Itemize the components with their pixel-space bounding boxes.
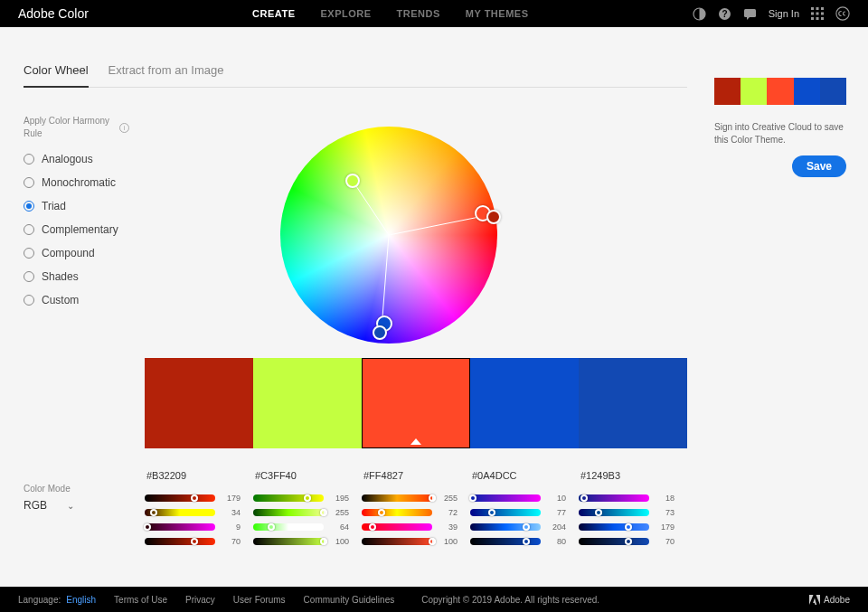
info-icon[interactable]: i (119, 123, 129, 133)
contrast-icon[interactable] (693, 6, 707, 21)
slider-thumb[interactable] (625, 538, 632, 545)
slider-thumb[interactable] (523, 523, 530, 531)
mini-swatch (794, 78, 820, 105)
apps-icon[interactable] (810, 6, 825, 21)
slider[interactable] (253, 523, 324, 531)
slider[interactable] (145, 538, 215, 545)
hex-value[interactable]: #FF4827 (362, 470, 470, 481)
slider-thumb[interactable] (369, 523, 376, 531)
radio-icon (24, 248, 34, 259)
hex-value[interactable]: #B32209 (145, 470, 253, 481)
footer-privacy[interactable]: Privacy (185, 595, 215, 605)
slider-thumb[interactable] (304, 494, 311, 502)
slider-thumb[interactable] (268, 523, 275, 531)
footer-guidelines[interactable]: Community Guidelines (304, 595, 395, 605)
radio-icon (24, 201, 34, 212)
radio-icon (24, 154, 34, 165)
slider-row: 70 (145, 537, 253, 546)
slider-thumb[interactable] (469, 494, 476, 502)
swatch-4[interactable] (470, 358, 579, 448)
slider-thumb[interactable] (488, 509, 495, 516)
slider-thumb[interactable] (625, 523, 632, 531)
hex-value[interactable]: #1249B3 (579, 470, 687, 481)
slider-row: 9 (145, 523, 253, 532)
slider-thumb[interactable] (150, 509, 157, 516)
radio-icon (24, 295, 34, 306)
slider-thumb[interactable] (191, 494, 198, 502)
wheel-marker[interactable] (486, 210, 501, 224)
svg-line-15 (389, 215, 488, 235)
slider[interactable] (362, 523, 432, 531)
slider-value: 10 (546, 494, 566, 503)
svg-rect-4 (811, 7, 814, 10)
language-select[interactable]: English (66, 595, 96, 605)
slider-thumb[interactable] (429, 538, 436, 545)
top-bar: Adobe Color CREATE EXPLORE TRENDS MY THE… (0, 0, 868, 27)
slider[interactable] (145, 494, 215, 502)
color-wheel[interactable] (280, 127, 497, 344)
slider[interactable] (470, 494, 541, 502)
slider-row: 77 (470, 508, 579, 517)
slider[interactable] (145, 509, 215, 516)
slider[interactable] (362, 494, 432, 502)
cc-icon[interactable] (835, 6, 850, 21)
slider[interactable] (362, 538, 432, 545)
main-nav: CREATE EXPLORE TRENDS MY THEMES (89, 8, 693, 19)
slider[interactable] (579, 538, 649, 545)
signin-link[interactable]: Sign In (769, 8, 799, 19)
slider-row: 39 (362, 523, 470, 532)
save-button[interactable]: Save (792, 155, 846, 177)
slider[interactable] (579, 509, 649, 516)
slider-thumb[interactable] (580, 494, 588, 502)
slider-value: 179 (221, 494, 241, 503)
slider-column: #C3FF4019525564100 (253, 470, 362, 551)
slider[interactable] (362, 509, 432, 516)
slider-value: 70 (221, 537, 241, 546)
slider-row: 204 (470, 523, 579, 532)
slider-thumb[interactable] (378, 509, 385, 516)
slider-value: 255 (438, 494, 458, 503)
swatch-3[interactable] (362, 358, 470, 448)
color-mode-select[interactable]: RGB ⌄ (24, 499, 74, 512)
slider[interactable] (470, 538, 541, 545)
slider-thumb[interactable] (320, 538, 327, 545)
slider-value: 255 (329, 508, 349, 517)
slider[interactable] (253, 494, 324, 502)
slider[interactable] (253, 538, 324, 545)
slider-row: 64 (253, 523, 362, 532)
wheel-marker[interactable] (345, 174, 360, 188)
slider-value: 195 (329, 494, 349, 503)
nav-explore[interactable]: EXPLORE (320, 8, 371, 19)
footer-forums[interactable]: User Forums (233, 595, 286, 605)
svg-rect-10 (811, 17, 814, 20)
swatch-2[interactable] (253, 358, 362, 448)
slider[interactable] (579, 494, 649, 502)
slider-thumb[interactable] (320, 509, 327, 516)
swatch-5[interactable] (579, 358, 687, 448)
nav-create[interactable]: CREATE (252, 8, 295, 19)
radio-icon (24, 177, 34, 188)
chat-icon[interactable] (743, 6, 758, 21)
slider-thumb[interactable] (595, 509, 602, 516)
slider-thumb[interactable] (144, 523, 151, 531)
hex-value[interactable]: #C3FF40 (253, 470, 362, 481)
wheel-marker[interactable] (373, 325, 387, 340)
footer-terms[interactable]: Terms of Use (114, 595, 167, 605)
slider-value: 39 (438, 523, 458, 532)
nav-trends[interactable]: TRENDS (397, 8, 440, 19)
slider-thumb[interactable] (429, 494, 436, 502)
swatch-1[interactable] (145, 358, 253, 448)
slider[interactable] (145, 523, 215, 531)
nav-mythemes[interactable]: MY THEMES (466, 8, 529, 19)
slider-thumb[interactable] (523, 538, 530, 545)
slider[interactable] (253, 509, 324, 516)
slider[interactable] (579, 523, 649, 531)
tab-extract-image[interactable]: Extract from an Image (108, 63, 224, 87)
slider[interactable] (470, 509, 541, 516)
slider-thumb[interactable] (191, 538, 198, 545)
help-icon[interactable]: ? (718, 6, 732, 21)
slider[interactable] (470, 523, 541, 531)
slider-value: 34 (221, 508, 241, 517)
hex-value[interactable]: #0A4DCC (470, 470, 579, 481)
tab-color-wheel[interactable]: Color Wheel (24, 63, 89, 88)
